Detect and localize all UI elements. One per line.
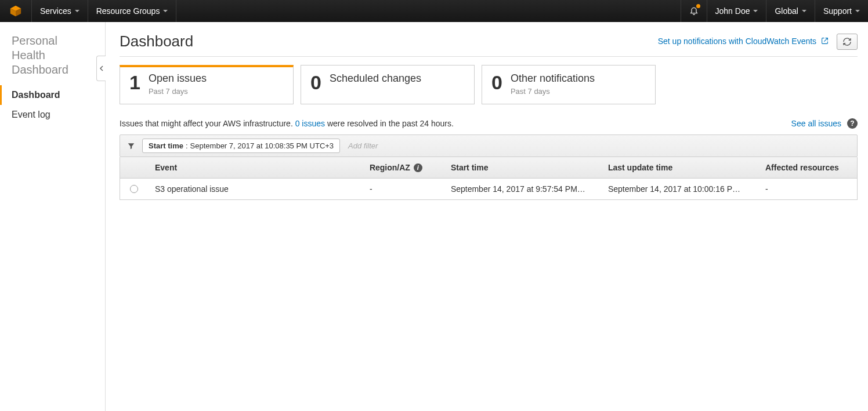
nav-user-label: John Doe: [715, 6, 750, 16]
description-row: Issues that might affect your AWS infras…: [120, 118, 858, 129]
refresh-icon: [842, 37, 852, 46]
th-start-time[interactable]: Start time: [444, 157, 601, 178]
see-all-issues-link[interactable]: See all issues: [791, 119, 841, 128]
sidebar-item-dashboard[interactable]: Dashboard: [0, 85, 105, 105]
cell-start-time: September 14, 2017 at 9:57:54 PM…: [444, 179, 601, 199]
chevron-left-icon: [99, 66, 104, 71]
add-filter-input[interactable]: Add filter: [345, 139, 381, 152]
th-region-label: Region/AZ: [370, 163, 410, 172]
setup-notifications-link[interactable]: Set up notifications with CloudWatch Eve…: [658, 37, 829, 46]
nav-region[interactable]: Global: [766, 0, 814, 22]
nav-resource-groups[interactable]: Resource Groups: [88, 0, 177, 22]
nav-support-label: Support: [823, 6, 852, 16]
filter-bar: Start time: September 7, 2017 at 10:08:3…: [120, 134, 858, 157]
cell-region: -: [363, 179, 444, 199]
card-count: 0: [491, 72, 502, 92]
header-actions: Set up notifications with CloudWatch Eve…: [658, 34, 858, 50]
filter-chip-label: Start time: [149, 141, 183, 150]
card-count: 1: [129, 72, 140, 92]
caret-down-icon: [855, 10, 860, 12]
sidebar: Personal Health Dashboard Dashboard Even…: [0, 22, 106, 411]
bell-icon: [689, 6, 699, 17]
resolved-issues-link[interactable]: 0 issues: [295, 119, 325, 128]
filter-chip-start-time[interactable]: Start time: September 7, 2017 at 10:08:3…: [142, 139, 340, 153]
card-open-issues[interactable]: 1 Open issues Past 7 days: [120, 65, 294, 104]
desc-suffix: were resolved in the past 24 hours.: [325, 119, 454, 128]
info-icon[interactable]: i: [414, 163, 422, 172]
sidebar-title: Personal Health Dashboard: [0, 34, 105, 85]
sidebar-item-event-log[interactable]: Event log: [0, 105, 105, 125]
page-body: Personal Health Dashboard Dashboard Even…: [0, 22, 868, 411]
nav-services-label: Services: [40, 6, 71, 16]
caret-down-icon: [802, 10, 806, 12]
nav-right: John Doe Global Support: [681, 0, 868, 22]
cube-icon: [9, 5, 22, 17]
help-icon[interactable]: ?: [847, 118, 858, 129]
page-title: Dashboard: [120, 32, 193, 50]
setup-notifications-label: Set up notifications with CloudWatch Eve…: [658, 37, 816, 46]
card-label: Other notifications: [511, 72, 595, 85]
sidebar-collapse-toggle[interactable]: [96, 56, 106, 81]
table-header: Event Region/AZ i Start time Last update…: [120, 157, 857, 179]
external-link-icon: [821, 37, 829, 46]
caret-down-icon: [75, 10, 79, 12]
card-label: Scheduled changes: [330, 72, 421, 85]
th-region[interactable]: Region/AZ i: [363, 157, 444, 178]
caret-down-icon: [163, 10, 168, 12]
card-subtext: Past 7 days: [149, 87, 207, 96]
nav-services[interactable]: Services: [32, 0, 88, 22]
th-select: [120, 157, 148, 178]
summary-cards: 1 Open issues Past 7 days 0 Scheduled ch…: [120, 65, 858, 104]
caret-down-icon: [753, 10, 758, 12]
card-scheduled-changes[interactable]: 0 Scheduled changes: [301, 65, 475, 104]
th-affected[interactable]: Affected resources: [758, 157, 857, 178]
notification-dot-icon: [696, 4, 700, 8]
filter-chip-value: September 7, 2017 at 10:08:35 PM UTC+3: [190, 141, 334, 150]
refresh-button[interactable]: [837, 34, 858, 50]
page-header: Dashboard Set up notifications with Clou…: [120, 32, 858, 57]
card-subtext: Past 7 days: [511, 87, 595, 96]
nav-resource-groups-label: Resource Groups: [96, 6, 160, 16]
card-other-notifications[interactable]: 0 Other notifications Past 7 days: [482, 65, 656, 104]
nav-left: Services Resource Groups: [0, 0, 176, 22]
th-last-update[interactable]: Last update time: [601, 157, 758, 178]
card-count: 0: [310, 72, 321, 92]
card-label: Open issues: [149, 72, 207, 85]
nav-user[interactable]: John Doe: [707, 0, 766, 22]
main-content: Dashboard Set up notifications with Clou…: [106, 22, 868, 411]
filter-icon: [125, 140, 138, 152]
nav-notifications[interactable]: [681, 0, 707, 22]
sidebar-item-label: Dashboard: [12, 90, 60, 100]
cell-affected: -: [758, 179, 857, 199]
table-row[interactable]: S3 operational issue - September 14, 201…: [120, 179, 857, 199]
top-nav: Services Resource Groups John Doe Global: [0, 0, 868, 22]
nav-region-label: Global: [775, 6, 798, 16]
aws-logo[interactable]: [0, 0, 32, 22]
desc-text: Issues that might affect your AWS infras…: [120, 119, 454, 128]
row-select[interactable]: [120, 179, 148, 199]
th-event[interactable]: Event: [148, 157, 363, 178]
cell-last-update: September 14, 2017 at 10:00:16 P…: [601, 179, 758, 199]
radio-icon: [130, 185, 138, 193]
nav-support[interactable]: Support: [815, 0, 868, 22]
cell-event: S3 operational issue: [148, 179, 363, 199]
sidebar-item-label: Event log: [12, 110, 50, 119]
desc-prefix: Issues that might affect your AWS infras…: [120, 119, 295, 128]
issues-table: Event Region/AZ i Start time Last update…: [120, 157, 858, 200]
